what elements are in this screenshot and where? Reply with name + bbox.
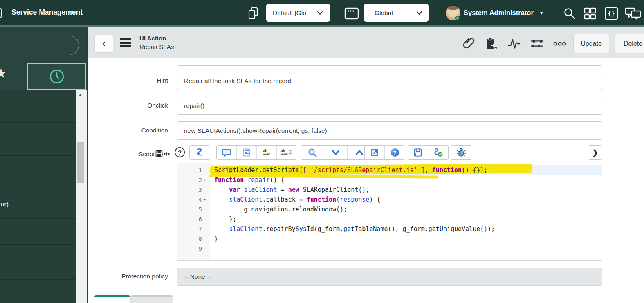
- code-line[interactable]: 8}: [177, 234, 602, 244]
- scrollbar-up-icon[interactable]: ▲: [76, 92, 85, 97]
- sidebar-search-input[interactable]: [0, 36, 79, 55]
- code-line[interactable]: 2▾function repair() {: [177, 175, 602, 185]
- condition-input[interactable]: new SLAUIActions().showRepair(current, g…: [177, 121, 602, 140]
- grid-icon[interactable]: [584, 7, 596, 20]
- hint-input[interactable]: Repair all the task SLAs for the record: [177, 72, 602, 90]
- app-title: Service Management: [11, 8, 83, 17]
- search-script-button[interactable]: [301, 146, 324, 159]
- field-above-partial[interactable]: [177, 58, 602, 66]
- search-icon: [308, 148, 317, 157]
- top-header: Service Management Default [Glo Global S…: [0, 0, 644, 27]
- protection-policy-input[interactable]: -- None --: [177, 268, 602, 286]
- onclick-input[interactable]: repair(): [177, 97, 602, 115]
- code-line[interactable]: 9: [177, 244, 602, 254]
- context-menu-icon[interactable]: [120, 38, 131, 47]
- line-number: 2: [177, 175, 204, 185]
- more-options-icon[interactable]: [553, 37, 566, 50]
- fold-arrow-icon[interactable]: ▾: [204, 175, 210, 185]
- line-number: 5: [177, 204, 204, 214]
- fold-spacer: [204, 234, 210, 244]
- code-line[interactable]: 6 };: [177, 214, 602, 224]
- debug-button[interactable]: [451, 146, 472, 159]
- favorites-tab-star-icon[interactable]: ★: [0, 67, 7, 80]
- onclick-label: Onclick: [88, 102, 168, 109]
- activity-pulse-icon[interactable]: [507, 37, 521, 50]
- fold-spacer: [204, 204, 210, 214]
- related-tab-active[interactable]: [94, 295, 130, 303]
- api-help-button[interactable]: ?: [385, 146, 405, 159]
- syntax-check-button[interactable]: [428, 146, 448, 159]
- save-mini-icon[interactable]: [155, 150, 163, 158]
- syntax-check-icon: [433, 148, 443, 157]
- chevron-down-icon: [416, 11, 422, 15]
- history-item-partial[interactable]: ur): [1, 201, 9, 208]
- keyboard-icon[interactable]: [344, 7, 359, 20]
- attachment-icon[interactable]: [462, 37, 476, 50]
- fold-arrow-icon[interactable]: ▾: [204, 195, 210, 204]
- find-next-button[interactable]: [324, 146, 348, 159]
- menu-edge-icon[interactable]: [0, 8, 2, 18]
- script-format-button[interactable]: [190, 146, 210, 159]
- copy-record-icon[interactable]: [485, 37, 498, 50]
- save-script-button[interactable]: [408, 146, 428, 159]
- screen: Service Management Default [Glo Global S…: [0, 0, 644, 303]
- line-number: 1: [177, 165, 204, 175]
- code-tag-icon: </>: [164, 151, 169, 157]
- scrollbar-thumb[interactable]: [77, 142, 84, 183]
- sidebar-scrollbar[interactable]: ▲: [76, 90, 85, 303]
- fold-spacer: [204, 244, 210, 254]
- form-content: Hint Repair all the task SLAs for the re…: [88, 58, 644, 303]
- script-format-icon: [196, 148, 204, 157]
- back-button[interactable]: ‹: [94, 35, 113, 53]
- history-list: ur): [0, 90, 76, 303]
- update-set-selector[interactable]: Default [Glo: [266, 4, 330, 22]
- replace-all-icon: ab ➔ac: [281, 149, 288, 156]
- related-tab-inactive[interactable]: [130, 295, 173, 303]
- script-help-icon[interactable]: ?: [175, 147, 185, 157]
- toolbar-group-search: [301, 145, 371, 160]
- code-braces-icon[interactable]: {}: [605, 7, 618, 20]
- user-menu[interactable]: System Administrator: [464, 9, 534, 17]
- code-text: slaClient.callback = function(response) …: [210, 195, 380, 204]
- toolbar-group-save: [408, 145, 449, 160]
- delete-button[interactable]: Delete: [615, 34, 644, 53]
- script-label-row: Script </>: [88, 150, 169, 158]
- user-caret-icon[interactable]: ▾: [540, 10, 543, 16]
- code-line[interactable]: 3 var slaClient = new SLARepairClient();: [177, 185, 602, 195]
- history-tab[interactable]: [27, 63, 86, 90]
- script-label: Script: [139, 150, 155, 158]
- chevron-up-icon: [355, 150, 364, 155]
- search-icon[interactable]: [563, 7, 576, 20]
- update-set-picker-icon[interactable]: [247, 7, 259, 20]
- personalize-sliders-icon[interactable]: [531, 37, 544, 50]
- comment-icon: [222, 149, 231, 157]
- chevron-down-icon: [317, 11, 323, 15]
- chevron-down-icon: [332, 150, 340, 155]
- line-number: 7: [177, 224, 204, 234]
- code-text: slaClient.repairBySysId(g_form.getTableN…: [210, 224, 495, 234]
- document-lines-icon: [243, 148, 250, 157]
- code-text: };: [210, 214, 236, 224]
- application-selector[interactable]: Global: [364, 4, 429, 22]
- replace-button[interactable]: ab ➔ac: [257, 146, 277, 159]
- chat-icon[interactable]: [625, 7, 641, 20]
- open-in-editor-button[interactable]: [365, 146, 385, 159]
- code-text: function repair() {: [210, 175, 285, 185]
- expand-editor-button[interactable]: ❯: [588, 145, 602, 160]
- line-number: 6: [177, 214, 204, 224]
- comment-button[interactable]: [217, 146, 237, 159]
- toolbar-group-debug: [451, 145, 472, 160]
- code-lines: 1ScriptLoader.getScripts([ '/scripts/SLA…: [177, 165, 602, 254]
- update-button[interactable]: Update: [573, 34, 609, 53]
- code-line[interactable]: 1ScriptLoader.getScripts([ '/scripts/SLA…: [177, 165, 602, 175]
- code-line[interactable]: 5 g_navigation.reloadWindow();: [177, 204, 602, 214]
- code-line[interactable]: 4▾ slaClient.callback = function(respons…: [177, 195, 602, 204]
- record-header: ‹ UI Action Repair SLAs: [88, 27, 644, 58]
- code-line[interactable]: 7 slaClient.repairBySysId(g_form.getTabl…: [177, 224, 602, 234]
- line-number: 3: [177, 185, 204, 195]
- replace-all-button[interactable]: ab ➔ac: [277, 146, 297, 159]
- code-text: }: [210, 234, 218, 244]
- script-editor[interactable]: 1ScriptLoader.getScripts([ '/scripts/SLA…: [177, 163, 602, 261]
- document-lines-button[interactable]: [237, 146, 257, 159]
- record-name: Repair SLAs: [139, 43, 174, 50]
